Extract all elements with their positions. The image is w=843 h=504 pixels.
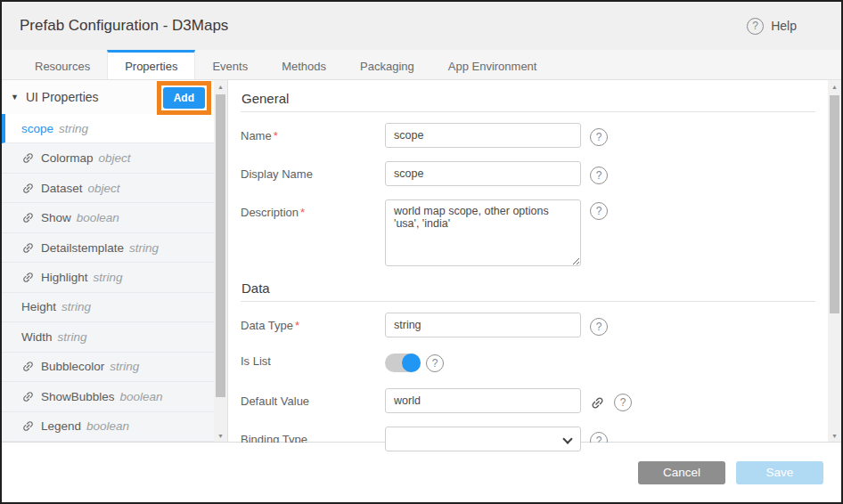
link-icon <box>21 182 35 195</box>
scroll-up-icon[interactable]: ▲ <box>214 80 227 93</box>
is-list-field-row: Is List ? <box>241 351 815 372</box>
data-type-help-icon[interactable]: ? <box>590 318 608 336</box>
required-marker: * <box>274 129 278 142</box>
name-field-row: Name* ? <box>241 123 815 148</box>
tab-bar: Resources Properties Events Methods Pack… <box>2 50 841 80</box>
property-item-scope[interactable]: scope string <box>2 114 214 143</box>
content-scrollbar-thumb[interactable] <box>830 95 839 313</box>
tab-app-environment[interactable]: App Environment <box>431 50 554 79</box>
description-help-icon[interactable]: ? <box>590 202 608 220</box>
help-icon: ? <box>747 18 764 35</box>
tab-resources[interactable]: Resources <box>18 50 107 79</box>
add-button-highlight-annotation: Add <box>157 81 211 115</box>
display-name-help-icon[interactable]: ? <box>590 167 608 184</box>
name-input[interactable] <box>385 123 581 148</box>
data-type-field-row: Data Type* ? <box>241 313 815 337</box>
scroll-down-icon[interactable]: ▼ <box>828 429 841 442</box>
help-label: Help <box>771 19 797 33</box>
bind-property-link-icon[interactable] <box>590 395 605 411</box>
property-item-highlight[interactable]: Highlight string <box>2 263 214 292</box>
default-value-input[interactable] <box>385 388 581 413</box>
data-section-heading: Data <box>241 275 815 302</box>
default-value-label: Default Value <box>241 388 385 408</box>
data-type-label: Data Type* <box>241 313 385 332</box>
tab-properties[interactable]: Properties <box>107 50 195 79</box>
description-label: Description* <box>241 199 385 219</box>
scroll-down-icon[interactable]: ▼ <box>214 429 227 442</box>
property-item-show[interactable]: Show boolean <box>2 203 214 232</box>
property-list: scope string Colormap object Dataset obj… <box>2 114 214 442</box>
property-item-legend[interactable]: Legend boolean <box>2 412 214 442</box>
group-label: UI Properties <box>26 90 99 104</box>
dialog-footer: Cancel Save <box>2 443 841 502</box>
prefab-configuration-dialog: Prefab Configuration - D3Maps ? Help Res… <box>0 0 843 504</box>
required-marker: * <box>295 319 299 332</box>
property-item-colormap[interactable]: Colormap object <box>2 143 214 173</box>
display-name-field-row: Display Name ? <box>241 161 815 186</box>
is-list-label: Is List <box>241 351 385 368</box>
general-section-heading: General <box>241 85 815 112</box>
help-button[interactable]: ? Help <box>747 18 797 35</box>
name-label: Name* <box>241 123 385 142</box>
binding-type-select[interactable] <box>385 427 581 451</box>
display-name-input[interactable] <box>385 161 581 186</box>
toggle-knob <box>402 354 421 372</box>
tab-packaging[interactable]: Packaging <box>343 50 431 79</box>
save-button[interactable]: Save <box>736 461 823 484</box>
property-item-bubblecolor[interactable]: Bubblecolor string <box>2 353 214 382</box>
tab-events[interactable]: Events <box>195 50 265 79</box>
chevron-down-icon <box>562 434 572 443</box>
property-item-height[interactable]: Height string <box>2 293 214 322</box>
link-icon <box>21 211 35 224</box>
tab-methods[interactable]: Methods <box>265 50 343 79</box>
dialog-body: ▼ UI Properties Add scope string Colorma… <box>2 80 841 443</box>
title-bar: Prefab Configuration - D3Maps ? Help <box>2 2 841 50</box>
sidebar-scrollbar[interactable]: ▲ ▼ <box>214 80 227 442</box>
ui-properties-group-header[interactable]: ▼ UI Properties Add <box>2 80 214 114</box>
content-scrollbar[interactable]: ▲ ▼ <box>828 80 841 442</box>
property-form-panel: General Name* ? Display Name ? <box>227 80 841 442</box>
cancel-button[interactable]: Cancel <box>638 461 725 484</box>
scroll-up-icon[interactable]: ▲ <box>828 80 841 93</box>
property-item-dataset[interactable]: Dataset object <box>2 174 214 203</box>
sidebar-scrollbar-thumb[interactable] <box>216 94 225 397</box>
is-list-help-icon[interactable]: ? <box>426 354 444 372</box>
add-property-button[interactable]: Add <box>163 87 205 109</box>
link-icon <box>21 360 35 373</box>
description-textarea[interactable]: world map scope, other options 'usa', 'i… <box>385 199 581 266</box>
default-value-help-icon[interactable]: ? <box>614 394 632 411</box>
default-value-field-row: Default Value ? <box>241 388 815 413</box>
link-icon <box>21 151 35 165</box>
property-item-detailstemplate[interactable]: Detailstemplate string <box>2 233 214 263</box>
link-icon <box>21 390 35 403</box>
collapse-caret-icon[interactable]: ▼ <box>11 93 19 102</box>
link-icon <box>21 419 35 433</box>
name-help-icon[interactable]: ? <box>590 128 608 146</box>
property-item-showbubbles[interactable]: ShowBubbles boolean <box>2 382 214 411</box>
link-icon <box>21 241 35 255</box>
property-item-width[interactable]: Width string <box>2 322 214 352</box>
properties-sidebar: ▼ UI Properties Add scope string Colorma… <box>2 80 227 442</box>
dialog-title: Prefab Configuration - D3Maps <box>20 17 228 35</box>
required-marker: * <box>300 206 305 219</box>
link-icon <box>21 271 35 284</box>
display-name-label: Display Name <box>241 161 385 181</box>
data-type-input[interactable] <box>385 313 581 337</box>
is-list-toggle[interactable] <box>385 354 421 372</box>
description-field-row: Description* world map scope, other opti… <box>241 199 815 266</box>
